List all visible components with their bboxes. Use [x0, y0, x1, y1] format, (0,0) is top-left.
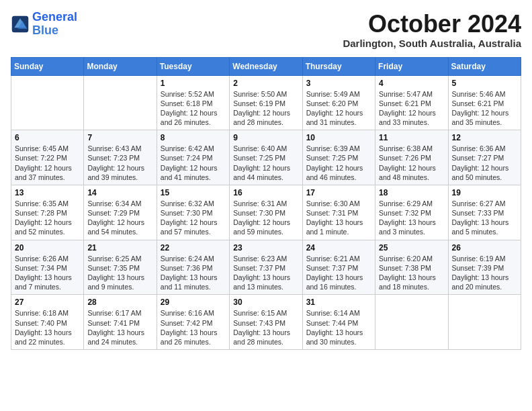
logo-icon — [11, 15, 30, 34]
day-number: 19 — [452, 188, 517, 197]
calendar-cell: 6 Sunrise: 6:45 AMSunset: 7:22 PMDayligh… — [11, 130, 84, 185]
day-number: 11 — [379, 133, 444, 142]
location: Darlington, South Australia, Australia — [343, 38, 521, 49]
day-number: 3 — [306, 79, 371, 88]
title-block: October 2024 Darlington, South Australia… — [343, 11, 521, 49]
day-number: 16 — [233, 188, 298, 197]
calendar-cell: 28 Sunrise: 6:17 AMSunset: 7:41 PMDaylig… — [84, 295, 157, 350]
day-number: 15 — [161, 188, 226, 197]
calendar-cell: 18 Sunrise: 6:29 AMSunset: 7:32 PMDaylig… — [375, 185, 448, 240]
calendar-cell: 2 Sunrise: 5:50 AMSunset: 6:19 PMDayligh… — [230, 75, 302, 130]
day-info: Sunrise: 6:29 AMSunset: 7:32 PMDaylight:… — [379, 199, 436, 236]
day-number: 5 — [452, 79, 517, 88]
weekday-friday: Friday — [375, 57, 448, 75]
day-number: 17 — [306, 188, 371, 197]
day-info: Sunrise: 6:26 AMSunset: 7:34 PMDaylight:… — [15, 255, 72, 291]
calendar-cell: 9 Sunrise: 6:40 AMSunset: 7:25 PMDayligh… — [230, 130, 302, 185]
calendar-cell: 12 Sunrise: 6:36 AMSunset: 7:27 PMDaylig… — [448, 130, 521, 185]
weekday-monday: Monday — [84, 57, 157, 75]
calendar-cell: 25 Sunrise: 6:20 AMSunset: 7:38 PMDaylig… — [375, 240, 448, 295]
day-info: Sunrise: 6:14 AMSunset: 7:44 PMDaylight:… — [306, 309, 363, 346]
page-header: General Blue October 2024 Darlington, So… — [11, 11, 521, 49]
calendar-cell: 10 Sunrise: 6:39 AMSunset: 7:25 PMDaylig… — [302, 130, 375, 185]
day-info: Sunrise: 6:43 AMSunset: 7:23 PMDaylight:… — [87, 144, 144, 181]
weekday-tuesday: Tuesday — [157, 57, 229, 75]
day-number: 23 — [233, 243, 298, 253]
calendar-cell: 27 Sunrise: 6:18 AMSunset: 7:40 PMDaylig… — [11, 295, 84, 350]
calendar-body: 1 Sunrise: 5:52 AMSunset: 6:18 PMDayligh… — [11, 75, 521, 349]
day-number: 2 — [233, 79, 298, 88]
calendar-cell: 16 Sunrise: 6:31 AMSunset: 7:30 PMDaylig… — [230, 185, 302, 240]
day-info: Sunrise: 6:17 AMSunset: 7:41 PMDaylight:… — [87, 309, 144, 346]
calendar-cell: 1 Sunrise: 5:52 AMSunset: 6:18 PMDayligh… — [157, 75, 229, 130]
day-info: Sunrise: 5:47 AMSunset: 6:21 PMDaylight:… — [379, 90, 436, 127]
weekday-thursday: Thursday — [302, 57, 375, 75]
weekday-saturday: Saturday — [448, 57, 521, 75]
day-info: Sunrise: 6:45 AMSunset: 7:22 PMDaylight:… — [15, 144, 72, 181]
calendar-table: SundayMondayTuesdayWednesdayThursdayFrid… — [11, 57, 521, 350]
calendar-cell: 22 Sunrise: 6:24 AMSunset: 7:36 PMDaylig… — [157, 240, 229, 295]
day-number: 29 — [161, 298, 226, 307]
day-info: Sunrise: 6:34 AMSunset: 7:29 PMDaylight:… — [87, 199, 144, 236]
logo-line1: General — [32, 10, 77, 24]
day-number: 6 — [15, 133, 80, 142]
day-info: Sunrise: 6:40 AMSunset: 7:25 PMDaylight:… — [233, 144, 290, 181]
calendar-cell: 3 Sunrise: 5:49 AMSunset: 6:20 PMDayligh… — [302, 75, 375, 130]
calendar-cell: 26 Sunrise: 6:19 AMSunset: 7:39 PMDaylig… — [448, 240, 521, 295]
logo-text: General Blue — [32, 11, 77, 38]
calendar-cell: 13 Sunrise: 6:35 AMSunset: 7:28 PMDaylig… — [11, 185, 84, 240]
day-info: Sunrise: 6:18 AMSunset: 7:40 PMDaylight:… — [15, 309, 72, 346]
day-info: Sunrise: 6:31 AMSunset: 7:30 PMDaylight:… — [233, 199, 290, 236]
day-number: 18 — [379, 188, 444, 197]
logo: General Blue — [11, 11, 77, 38]
day-number: 1 — [161, 79, 226, 88]
calendar-week-5: 27 Sunrise: 6:18 AMSunset: 7:40 PMDaylig… — [11, 295, 521, 350]
calendar-cell: 19 Sunrise: 6:27 AMSunset: 7:33 PMDaylig… — [448, 185, 521, 240]
day-info: Sunrise: 6:19 AMSunset: 7:39 PMDaylight:… — [452, 255, 509, 291]
day-number: 13 — [15, 188, 80, 197]
calendar-cell — [84, 75, 157, 130]
weekday-wednesday: Wednesday — [230, 57, 302, 75]
day-number: 20 — [15, 243, 80, 253]
calendar-cell — [448, 295, 521, 350]
day-info: Sunrise: 6:35 AMSunset: 7:28 PMDaylight:… — [15, 199, 72, 236]
day-info: Sunrise: 6:39 AMSunset: 7:25 PMDaylight:… — [306, 144, 363, 181]
calendar-week-4: 20 Sunrise: 6:26 AMSunset: 7:34 PMDaylig… — [11, 240, 521, 295]
day-number: 8 — [161, 133, 226, 142]
calendar-cell: 8 Sunrise: 6:42 AMSunset: 7:24 PMDayligh… — [157, 130, 229, 185]
day-info: Sunrise: 6:36 AMSunset: 7:27 PMDaylight:… — [452, 144, 509, 181]
calendar-cell: 21 Sunrise: 6:25 AMSunset: 7:35 PMDaylig… — [84, 240, 157, 295]
calendar-week-2: 6 Sunrise: 6:45 AMSunset: 7:22 PMDayligh… — [11, 130, 521, 185]
calendar-cell: 29 Sunrise: 6:16 AMSunset: 7:42 PMDaylig… — [157, 295, 229, 350]
calendar-cell: 23 Sunrise: 6:23 AMSunset: 7:37 PMDaylig… — [230, 240, 302, 295]
calendar-week-3: 13 Sunrise: 6:35 AMSunset: 7:28 PMDaylig… — [11, 185, 521, 240]
day-info: Sunrise: 5:49 AMSunset: 6:20 PMDaylight:… — [306, 90, 363, 127]
day-number: 9 — [233, 133, 298, 142]
day-info: Sunrise: 6:15 AMSunset: 7:43 PMDaylight:… — [233, 309, 290, 346]
day-info: Sunrise: 6:21 AMSunset: 7:37 PMDaylight:… — [306, 255, 363, 291]
calendar-cell: 20 Sunrise: 6:26 AMSunset: 7:34 PMDaylig… — [11, 240, 84, 295]
day-info: Sunrise: 6:42 AMSunset: 7:24 PMDaylight:… — [161, 144, 218, 181]
day-number: 10 — [306, 133, 371, 142]
day-info: Sunrise: 6:38 AMSunset: 7:26 PMDaylight:… — [379, 144, 436, 181]
calendar-header: SundayMondayTuesdayWednesdayThursdayFrid… — [11, 57, 521, 75]
day-number: 7 — [87, 133, 152, 142]
logo-line2: Blue — [32, 24, 58, 37]
weekday-header-row: SundayMondayTuesdayWednesdayThursdayFrid… — [11, 57, 521, 75]
day-number: 21 — [87, 243, 152, 253]
calendar-cell: 30 Sunrise: 6:15 AMSunset: 7:43 PMDaylig… — [230, 295, 302, 350]
calendar-cell: 11 Sunrise: 6:38 AMSunset: 7:26 PMDaylig… — [375, 130, 448, 185]
calendar-cell: 24 Sunrise: 6:21 AMSunset: 7:37 PMDaylig… — [302, 240, 375, 295]
day-number: 25 — [379, 243, 444, 253]
day-number: 31 — [306, 298, 371, 307]
day-number: 4 — [379, 79, 444, 88]
day-number: 12 — [452, 133, 517, 142]
day-info: Sunrise: 6:16 AMSunset: 7:42 PMDaylight:… — [161, 309, 218, 346]
day-number: 26 — [452, 243, 517, 253]
calendar-cell — [375, 295, 448, 350]
day-info: Sunrise: 5:46 AMSunset: 6:21 PMDaylight:… — [452, 90, 509, 127]
day-number: 14 — [87, 188, 152, 197]
day-info: Sunrise: 6:30 AMSunset: 7:31 PMDaylight:… — [306, 199, 363, 236]
day-info: Sunrise: 6:20 AMSunset: 7:38 PMDaylight:… — [379, 255, 436, 291]
calendar-cell: 17 Sunrise: 6:30 AMSunset: 7:31 PMDaylig… — [302, 185, 375, 240]
